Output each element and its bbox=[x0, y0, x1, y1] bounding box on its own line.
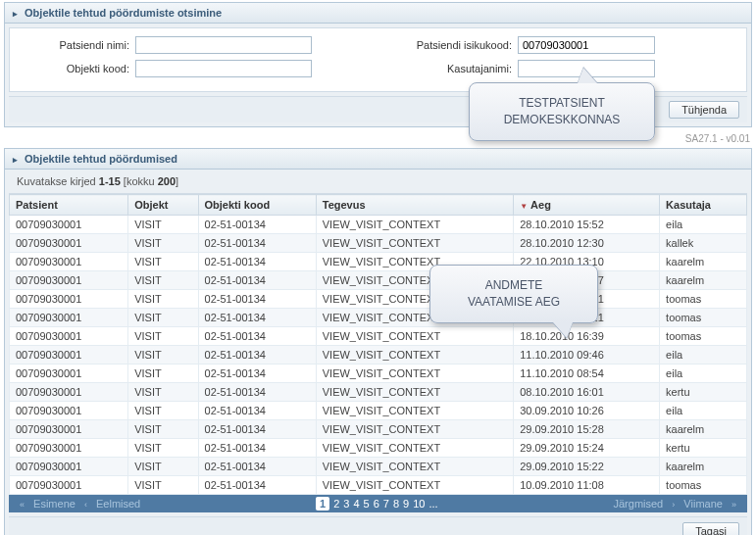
cell-user: toomas bbox=[660, 327, 747, 346]
cell-code: 02-51-00134 bbox=[198, 253, 316, 271]
pager-prev[interactable]: Eelmised bbox=[96, 498, 140, 510]
cell-object: VISIT bbox=[128, 290, 198, 309]
cell-patient: 00709030001 bbox=[10, 383, 128, 402]
pager-page[interactable]: 1 bbox=[316, 497, 329, 511]
last-chevron-icon: » bbox=[731, 500, 736, 510]
table-row[interactable]: 00709030001VISIT02-51-00134VIEW_VISIT_CO… bbox=[10, 290, 747, 309]
cell-object: VISIT bbox=[128, 309, 198, 327]
table-header-row: Patsient Objekt Objekti kood Tegevus ▼Ae… bbox=[10, 195, 747, 216]
cell-activity: VIEW_VISIT_CONTEXT bbox=[316, 365, 513, 383]
pager-page[interactable]: 9 bbox=[403, 498, 409, 510]
cell-object: VISIT bbox=[128, 253, 198, 271]
cell-code: 02-51-00134 bbox=[198, 271, 316, 290]
prev-chevron-icon: ‹ bbox=[84, 500, 87, 510]
patient-name-label: Patsiendi nimi: bbox=[20, 39, 135, 51]
col-time[interactable]: ▼Aeg bbox=[514, 195, 660, 216]
table-row[interactable]: 00709030001VISIT02-51-00134VIEW_VISIT_CO… bbox=[10, 476, 747, 495]
cell-user: kallek bbox=[660, 234, 747, 253]
pager-page[interactable]: 3 bbox=[343, 498, 349, 510]
table-row[interactable]: 00709030001VISIT02-51-00134VIEW_VISIT_CO… bbox=[10, 327, 747, 346]
cell-time: 29.09.2010 15:22 bbox=[514, 458, 660, 476]
cell-code: 02-51-00134 bbox=[198, 420, 316, 439]
cell-patient: 00709030001 bbox=[10, 420, 128, 439]
bottom-bar: Tagasi bbox=[9, 516, 747, 535]
patient-name-input[interactable] bbox=[135, 36, 312, 54]
cell-patient: 00709030001 bbox=[10, 365, 128, 383]
cell-activity: VIEW_VISIT_CONTEXT bbox=[316, 383, 513, 402]
col-user[interactable]: Kasutaja bbox=[660, 195, 747, 216]
table-row[interactable]: 00709030001VISIT02-51-00134VIEW_VISIT_CO… bbox=[10, 402, 747, 420]
pager-next[interactable]: Järgmised bbox=[613, 498, 663, 510]
callout-test-patient: TESTPATSIENT DEMOKESKKONNAS bbox=[469, 82, 655, 141]
pager-page[interactable]: ... bbox=[428, 498, 437, 510]
object-code-input[interactable] bbox=[135, 60, 312, 77]
table-row[interactable]: 00709030001VISIT02-51-00134VIEW_VISIT_CO… bbox=[10, 365, 747, 383]
pager-page[interactable]: 7 bbox=[383, 498, 389, 510]
cell-patient: 00709030001 bbox=[10, 402, 128, 420]
cell-user: eila bbox=[660, 365, 747, 383]
cell-patient: 00709030001 bbox=[10, 458, 128, 476]
patient-code-input[interactable] bbox=[518, 36, 655, 54]
cell-patient: 00709030001 bbox=[10, 327, 128, 346]
table-row[interactable]: 00709030001VISIT02-51-00134VIEW_VISIT_CO… bbox=[10, 420, 747, 439]
col-patient[interactable]: Patsient bbox=[10, 195, 128, 216]
cell-object: VISIT bbox=[128, 402, 198, 420]
pager-page[interactable]: 2 bbox=[333, 498, 339, 510]
cell-object: VISIT bbox=[128, 420, 198, 439]
table-row[interactable]: 00709030001VISIT02-51-00134VIEW_VISIT_CO… bbox=[10, 346, 747, 365]
cell-user: eila bbox=[660, 216, 747, 234]
results-panel-header[interactable]: ▸ Objektile tehtud pöördumised bbox=[5, 149, 751, 170]
pager-first[interactable]: Esimene bbox=[33, 498, 76, 510]
table-row[interactable]: 00709030001VISIT02-51-00134VIEW_VISIT_CO… bbox=[10, 271, 747, 290]
clear-button[interactable]: Tühjenda bbox=[669, 101, 739, 119]
table-row[interactable]: 00709030001VISIT02-51-00134VIEW_VISIT_CO… bbox=[10, 458, 747, 476]
cell-object: VISIT bbox=[128, 476, 198, 495]
pager-page[interactable]: 6 bbox=[374, 498, 379, 510]
cell-time: 10.09.2010 11:08 bbox=[514, 476, 660, 495]
cell-time: 11.10.2010 08:54 bbox=[514, 365, 660, 383]
results-table: Patsient Objekt Objekti kood Tegevus ▼Ae… bbox=[9, 194, 747, 495]
first-chevron-icon: « bbox=[20, 500, 25, 510]
cell-object: VISIT bbox=[128, 327, 198, 346]
cell-code: 02-51-00134 bbox=[198, 234, 316, 253]
back-button[interactable]: Tagasi bbox=[682, 522, 739, 535]
table-row[interactable]: 00709030001VISIT02-51-00134VIEW_VISIT_CO… bbox=[10, 234, 747, 253]
cell-user: kaarelm bbox=[660, 271, 747, 290]
cell-code: 02-51-00134 bbox=[198, 439, 316, 458]
table-row[interactable]: 00709030001VISIT02-51-00134VIEW_VISIT_CO… bbox=[10, 216, 747, 234]
cell-user: kaarelm bbox=[660, 420, 747, 439]
cell-user: kertu bbox=[660, 439, 747, 458]
pager-last[interactable]: Viimane bbox=[683, 498, 723, 510]
pager-page[interactable]: 4 bbox=[353, 498, 359, 510]
chevron-right-icon: ▸ bbox=[13, 155, 18, 165]
cell-code: 02-51-00134 bbox=[198, 476, 316, 495]
pager-page[interactable]: 8 bbox=[393, 498, 399, 510]
col-object[interactable]: Objekt bbox=[128, 195, 198, 216]
cell-patient: 00709030001 bbox=[10, 476, 128, 495]
cell-user: eila bbox=[660, 346, 747, 365]
search-panel-header[interactable]: ▸ Objektile tehtud pöördumiste otsimine bbox=[5, 3, 751, 24]
pager-page[interactable]: 5 bbox=[364, 498, 370, 510]
cell-patient: 00709030001 bbox=[10, 290, 128, 309]
object-code-label: Objekti kood: bbox=[20, 63, 135, 74]
cell-activity: VIEW_VISIT_CONTEXT bbox=[316, 402, 513, 420]
cell-activity: VIEW_VISIT_CONTEXT bbox=[316, 476, 513, 495]
table-row[interactable]: 00709030001VISIT02-51-00134VIEW_VISIT_CO… bbox=[10, 309, 747, 327]
cell-object: VISIT bbox=[128, 439, 198, 458]
table-row[interactable]: 00709030001VISIT02-51-00134VIEW_VISIT_CO… bbox=[10, 439, 747, 458]
cell-code: 02-51-00134 bbox=[198, 216, 316, 234]
cell-patient: 00709030001 bbox=[10, 271, 128, 290]
col-object-code[interactable]: Objekti kood bbox=[198, 195, 316, 216]
records-info: Kuvatakse kirjed 1-15 [kokku 200] bbox=[9, 170, 747, 194]
cell-time: 28.10.2010 15:52 bbox=[514, 216, 660, 234]
table-row[interactable]: 00709030001VISIT02-51-00134VIEW_VISIT_CO… bbox=[10, 383, 747, 402]
pager-pages: 12345678910... bbox=[314, 498, 440, 510]
next-chevron-icon: › bbox=[672, 500, 675, 510]
col-activity[interactable]: Tegevus bbox=[316, 195, 513, 216]
pager-page[interactable]: 10 bbox=[413, 498, 425, 510]
sort-desc-icon: ▼ bbox=[520, 202, 528, 211]
table-row[interactable]: 00709030001VISIT02-51-00134VIEW_VISIT_CO… bbox=[10, 253, 747, 271]
cell-patient: 00709030001 bbox=[10, 253, 128, 271]
cell-code: 02-51-00134 bbox=[198, 327, 316, 346]
cell-object: VISIT bbox=[128, 365, 198, 383]
